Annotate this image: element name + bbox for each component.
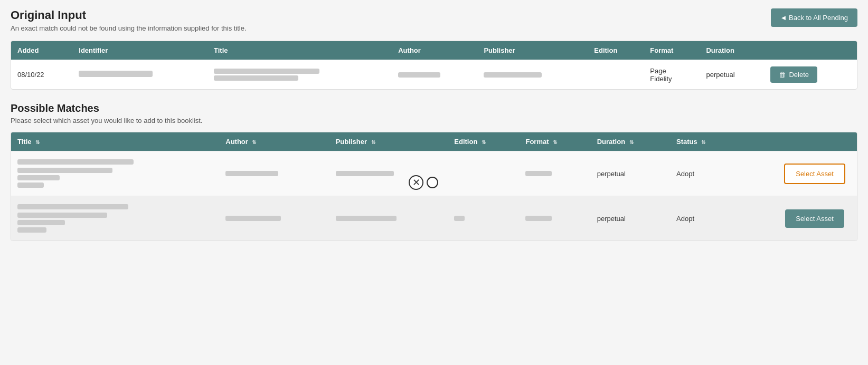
matches-row2-action: Select Asset (772, 196, 857, 241)
format-sort-icon: ⇅ (553, 139, 557, 145)
header-section: Original Input An exact match could not … (11, 8, 857, 32)
select-asset-button-1[interactable]: Select Asset (784, 164, 845, 184)
matches-col-actions (772, 132, 857, 151)
title-blurred-1 (214, 69, 319, 74)
matches-col-publisher[interactable]: Publisher ⇅ (329, 132, 448, 151)
select-asset-button-2[interactable]: Select Asset (785, 209, 844, 228)
original-edition-cell (588, 60, 644, 90)
possible-matches-subtitle: Please select which asset you would like… (11, 117, 857, 124)
delete-button[interactable]: 🗑 Delete (770, 66, 817, 83)
header-text: Original Input An exact match could not … (11, 8, 247, 32)
matches-row1-title (11, 151, 219, 196)
matches-row2-author (219, 196, 329, 241)
row2-title-blur3 (17, 220, 65, 225)
matches-row2-publisher (329, 196, 448, 241)
original-input-table: Added Identifier Title Author Publisher … (11, 41, 857, 89)
col-edition: Edition (588, 41, 644, 60)
matches-col-title[interactable]: Title ⇅ (11, 132, 219, 151)
matches-row2-format (519, 196, 590, 241)
matches-table-wrap: Title ⇅ Author ⇅ Publisher ⇅ Edition ⇅ F (11, 132, 857, 241)
trash-icon: 🗑 (779, 71, 786, 79)
matches-row1-author (219, 151, 329, 196)
row1-author-blur (225, 171, 278, 176)
matches-row-1: perpetual Adopt Select Asset (11, 151, 857, 196)
col-author: Author (392, 41, 477, 60)
col-added: Added (11, 41, 72, 60)
matches-row2-title (11, 196, 219, 241)
row1-title-blur3 (17, 175, 60, 180)
matches-row1-duration: perpetual (591, 151, 670, 196)
row1-title-blur4 (17, 182, 44, 188)
page-container: Original Input An exact match could not … (0, 0, 868, 365)
row2-title-blur4 (17, 227, 46, 233)
row1-title-blur2 (17, 168, 112, 173)
matches-row1-action: Select Asset (772, 151, 857, 196)
original-format-cell: PageFidelity (644, 60, 700, 90)
delete-label: Delete (789, 71, 809, 79)
matches-col-author[interactable]: Author ⇅ (219, 132, 329, 151)
page-subtitle: An exact match could not be found using … (11, 24, 247, 32)
matches-col-edition[interactable]: Edition ⇅ (448, 132, 519, 151)
row2-title-blur2 (17, 213, 107, 218)
publisher-blurred (484, 72, 542, 78)
col-format: Format (644, 41, 700, 60)
edition-sort-icon: ⇅ (482, 139, 486, 145)
matches-row1-format (519, 151, 590, 196)
original-action-cell: 🗑 Delete (764, 60, 857, 90)
page-title: Original Input (11, 8, 247, 22)
title-sort-icon: ⇅ (35, 139, 40, 145)
row2-format-blur (525, 216, 552, 221)
row1-publisher-blur (336, 171, 394, 176)
row2-title-blur1 (17, 204, 128, 209)
back-to-pending-button[interactable]: ◄ Back to All Pending (771, 8, 858, 27)
possible-matches-title: Possible Matches (11, 102, 857, 114)
original-input-table-wrap: Added Identifier Title Author Publisher … (11, 41, 857, 90)
row1-format-blur (525, 171, 552, 176)
original-publisher-cell (477, 60, 588, 90)
author-sort-icon: ⇅ (252, 139, 256, 145)
duration-sort-icon: ⇅ (629, 139, 634, 145)
original-added-cell: 08/10/22 (11, 60, 72, 90)
matches-col-format[interactable]: Format ⇅ (519, 132, 590, 151)
original-author-cell (392, 60, 477, 90)
matches-row2-duration: perpetual (591, 196, 670, 241)
original-table-row: 08/10/22 PageFidelity (11, 60, 857, 90)
original-title-cell (207, 60, 392, 90)
matches-row1-status: Adopt (670, 151, 772, 196)
row2-publisher-blur (336, 216, 397, 221)
publisher-sort-icon: ⇅ (371, 139, 375, 145)
row2-author-blur (225, 216, 281, 221)
original-table-header-row: Added Identifier Title Author Publisher … (11, 41, 857, 60)
row1-title-blur1 (17, 159, 134, 165)
col-publisher: Publisher (477, 41, 588, 60)
matches-row2-edition (448, 196, 519, 241)
matches-row-2: perpetual Adopt Select Asset (11, 196, 857, 241)
possible-matches-section: Possible Matches Please select which ass… (11, 102, 857, 241)
matches-col-duration[interactable]: Duration ⇅ (591, 132, 670, 151)
title-blurred-2 (214, 75, 298, 81)
matches-header-row: Title ⇅ Author ⇅ Publisher ⇅ Edition ⇅ F (11, 132, 857, 151)
author-blurred (398, 72, 440, 78)
col-identifier: Identifier (72, 41, 207, 60)
original-duration-cell: perpetual (700, 60, 764, 90)
row2-edition-blur (454, 216, 465, 221)
col-actions-orig (764, 41, 857, 60)
matches-row1-publisher (329, 151, 448, 196)
col-duration: Duration (700, 41, 764, 60)
col-title: Title (207, 41, 392, 60)
original-identifier-cell (72, 60, 207, 90)
matches-row2-status: Adopt (670, 196, 772, 241)
matches-col-status[interactable]: Status ⇅ (670, 132, 772, 151)
status-sort-icon: ⇅ (701, 139, 705, 145)
identifier-blurred (79, 71, 153, 77)
matches-row1-edition (448, 151, 519, 196)
matches-table: Title ⇅ Author ⇅ Publisher ⇅ Edition ⇅ F (11, 132, 857, 241)
